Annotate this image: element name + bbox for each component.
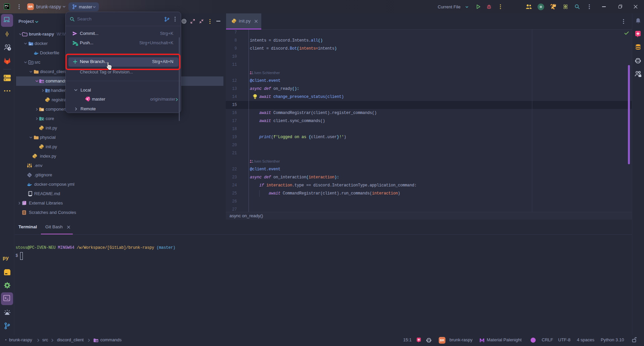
svg-text:?: ?	[8, 47, 10, 51]
svg-text:Σ: Σ	[48, 90, 49, 92]
